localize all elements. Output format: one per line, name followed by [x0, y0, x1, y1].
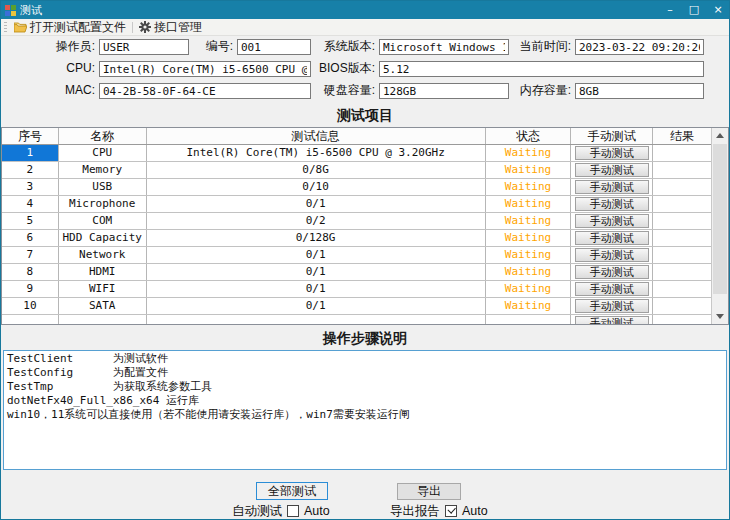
- manual-test-button[interactable]: 手动测试: [575, 265, 649, 279]
- disk-field[interactable]: [379, 83, 509, 99]
- export-button[interactable]: 导出: [397, 483, 461, 500]
- row-manual-cell: 手动测试: [571, 315, 653, 324]
- row-manual-cell: 手动测试: [571, 179, 653, 195]
- row-info-cell[interactable]: 0/1: [147, 247, 486, 263]
- row-cell: [2, 315, 59, 324]
- row-number-cell[interactable]: 3: [2, 179, 59, 195]
- triangle-up-icon: [716, 133, 724, 138]
- manual-test-button[interactable]: 手动测试: [575, 248, 649, 262]
- row-number-cell[interactable]: 1: [2, 145, 59, 161]
- row-number-cell[interactable]: 8: [2, 264, 59, 280]
- id-field[interactable]: [237, 39, 311, 55]
- system-info-panel: 操作员: 编号: 系统版本: 当前时间: CPU: BIOS版本: MAC: 硬…: [1, 36, 729, 105]
- manual-test-button[interactable]: 手动测试: [575, 231, 649, 245]
- interface-mgmt-button[interactable]: 接口管理: [135, 20, 206, 35]
- row-status-cell: Waiting: [486, 196, 572, 212]
- row-result-cell: [653, 247, 711, 263]
- cpu-field[interactable]: [99, 61, 311, 77]
- disk-label: 硬盘容量:: [317, 83, 375, 98]
- header-result: 结果: [653, 128, 711, 144]
- table-row[interactable]: 8HDMI0/1Waiting手动测试: [2, 264, 711, 281]
- row-number-cell[interactable]: 4: [2, 196, 59, 212]
- table-row[interactable]: 10SATA0/1Waiting手动测试: [2, 298, 711, 315]
- row-manual-cell: 手动测试: [571, 213, 653, 229]
- maximize-button[interactable]: □: [687, 1, 701, 19]
- test-all-button[interactable]: 全部测试: [256, 482, 328, 500]
- toolbar-separator: [132, 22, 133, 33]
- time-field[interactable]: [575, 39, 704, 55]
- table-scrollbar[interactable]: [711, 128, 728, 324]
- row-info-cell[interactable]: Intel(R) Core(TM) i5-6500 CPU @ 3.20GHz: [147, 145, 486, 161]
- row-status-cell: Waiting: [486, 298, 572, 314]
- row-name-cell[interactable]: WIFI: [59, 281, 147, 297]
- row-name-cell[interactable]: HDD Capacity: [59, 230, 147, 246]
- manual-test-button[interactable]: 手动测试: [575, 163, 649, 177]
- table-row[interactable]: 4Microphone0/1Waiting手动测试: [2, 196, 711, 213]
- row-number-cell[interactable]: 2: [2, 162, 59, 178]
- mac-field[interactable]: [99, 83, 311, 99]
- manual-test-button[interactable]: 手动测试: [575, 316, 649, 324]
- table-row[interactable]: 5COM0/2Waiting手动测试: [2, 213, 711, 230]
- row-info-cell[interactable]: 0/10: [147, 179, 486, 195]
- row-info-cell[interactable]: 0/2: [147, 213, 486, 229]
- row-number-cell[interactable]: 10: [2, 298, 59, 314]
- operator-field[interactable]: [99, 39, 189, 55]
- close-button[interactable]: ×: [711, 1, 725, 19]
- row-name-cell[interactable]: Microphone: [59, 196, 147, 212]
- export-report-label: 导出报告: [390, 503, 440, 520]
- auto-test-checkbox[interactable]: [287, 505, 299, 517]
- row-info-cell[interactable]: 0/1: [147, 264, 486, 280]
- row-name-cell[interactable]: CPU: [59, 145, 147, 161]
- row-info-cell[interactable]: 0/1: [147, 298, 486, 314]
- bios-label: BIOS版本:: [317, 61, 375, 76]
- gear-icon: [139, 21, 151, 33]
- row-number-cell[interactable]: 5: [2, 213, 59, 229]
- row-name-cell[interactable]: USB: [59, 179, 147, 195]
- table-row[interactable]: 6HDD Capacity0/128GWaiting手动测试: [2, 230, 711, 247]
- row-status-cell: Waiting: [486, 247, 572, 263]
- test-table: 序号 名称 测试信息 状态 手动测试 结果 1CPUIntel(R) Core(…: [1, 127, 729, 325]
- steps-text[interactable]: TestClient 为测试软件 TestConfig 为配置文件 TestTm…: [3, 350, 727, 470]
- auto-test-group: 自动测试 Auto: [232, 503, 330, 519]
- row-info-cell[interactable]: 0/1: [147, 281, 486, 297]
- table-row[interactable]: 9WIFI0/1Waiting手动测试: [2, 281, 711, 298]
- row-name-cell[interactable]: Network: [59, 247, 147, 263]
- manual-test-button[interactable]: 手动测试: [575, 299, 649, 313]
- row-name-cell[interactable]: Memory: [59, 162, 147, 178]
- row-name-cell[interactable]: HDMI: [59, 264, 147, 280]
- manual-test-button[interactable]: 手动测试: [575, 180, 649, 194]
- manual-test-button[interactable]: 手动测试: [575, 282, 649, 296]
- scrollbar-thumb[interactable]: [713, 144, 727, 294]
- row-result-cell: [653, 162, 711, 178]
- row-info-cell[interactable]: 0/8G: [147, 162, 486, 178]
- row-result-cell: [653, 281, 711, 297]
- row-info-cell[interactable]: 0/128G: [147, 230, 486, 246]
- row-info-cell[interactable]: 0/1: [147, 196, 486, 212]
- row-name-cell[interactable]: COM: [59, 213, 147, 229]
- table-row[interactable]: 2Memory0/8GWaiting手动测试: [2, 162, 711, 179]
- minimize-button[interactable]: –: [663, 1, 677, 19]
- manual-test-button[interactable]: 手动测试: [575, 146, 649, 160]
- manual-test-button[interactable]: 手动测试: [575, 197, 649, 211]
- table-row[interactable]: 7Network0/1Waiting手动测试: [2, 247, 711, 264]
- os-field[interactable]: [379, 39, 509, 55]
- export-report-checkbox[interactable]: [445, 505, 457, 517]
- row-result-cell: [653, 298, 711, 314]
- open-config-button[interactable]: 打开测试配置文件: [10, 20, 130, 35]
- row-status-cell: Waiting: [486, 145, 572, 161]
- row-manual-cell: 手动测试: [571, 298, 653, 314]
- row-number-cell[interactable]: 6: [2, 230, 59, 246]
- table-row[interactable]: 1CPUIntel(R) Core(TM) i5-6500 CPU @ 3.20…: [2, 145, 711, 162]
- ram-field[interactable]: [575, 83, 704, 99]
- scroll-up-button[interactable]: [712, 128, 728, 143]
- app-window: 测试 – □ × 打开测试配置文件: [0, 0, 730, 520]
- header-no: 序号: [2, 128, 59, 144]
- scroll-down-button[interactable]: [712, 309, 728, 324]
- bios-field[interactable]: [379, 61, 704, 77]
- table-row[interactable]: 3USB0/10Waiting手动测试: [2, 179, 711, 196]
- row-name-cell[interactable]: SATA: [59, 298, 147, 314]
- row-number-cell[interactable]: 9: [2, 281, 59, 297]
- manual-test-button[interactable]: 手动测试: [575, 214, 649, 228]
- row-number-cell[interactable]: 7: [2, 247, 59, 263]
- row-cell: [486, 315, 572, 324]
